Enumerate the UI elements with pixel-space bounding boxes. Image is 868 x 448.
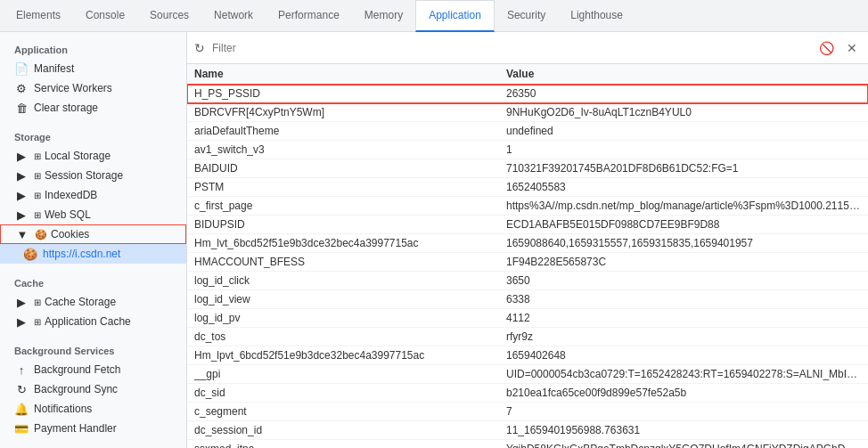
sidebar-item-cookies-url[interactable]: 🍪 https://i.csdn.net: [0, 244, 186, 264]
cell-value: 1652405583: [499, 178, 868, 197]
cell-value: 9NHuKgO2D6_Iv-8uAqLT1cznB4YUL0: [499, 103, 868, 122]
table-row[interactable]: dc_tosrfyr9z: [187, 328, 868, 346]
cell-value: 3650: [499, 272, 868, 290]
filter-input[interactable]: [212, 42, 808, 54]
cache-storage-icon: ▶: [14, 296, 29, 309]
cell-value: 1659088640,1659315557,1659315835,1659401…: [499, 234, 868, 253]
close-icon[interactable]: ✕: [843, 39, 861, 57]
table-row[interactable]: PSTM1652405583: [187, 178, 868, 197]
sidebar-item-session-storage-label: Session Storage: [45, 169, 123, 182]
cell-value: 1F94B228E565873C: [499, 253, 868, 272]
tab-security[interactable]: Security: [495, 0, 558, 32]
cell-value: undefined: [499, 122, 868, 141]
table-row[interactable]: BIDUPSIDECD1ABAFB5E015DF0988CD7EE9BF9D88: [187, 216, 868, 234]
table-row[interactable]: ariaDefaultThemeundefined: [187, 122, 868, 141]
cell-name: H_PS_PSSID: [187, 85, 499, 103]
cell-value: b210ea1fca65ce00f9d899e57fe52a5b: [499, 384, 868, 403]
sidebar-item-manifest-label: Manifest: [34, 62, 74, 75]
table-row[interactable]: Hm_lvt_6bcd52f51e9b3dce32bec4a3997715ac1…: [187, 234, 868, 253]
sidebar-item-service-workers[interactable]: ⚙ Service Workers: [0, 78, 186, 98]
sidebar-item-application-cache[interactable]: ▶ ⊞ Application Cache: [0, 312, 186, 331]
cell-value: 1659402648: [499, 346, 868, 365]
sidebar-item-cookies-url-label: https://i.csdn.net: [43, 248, 120, 260]
table-row[interactable]: __gpiUID=0000054cb3ca0729:T=1652428243:R…: [187, 365, 868, 384]
sidebar-item-notifications[interactable]: 🔔 Notifications: [0, 399, 186, 419]
cookies-table-container: Name Value H_PS_PSSID26350BDRCVFR[4CxyPt…: [187, 64, 868, 448]
col-header-name: Name: [187, 64, 499, 85]
background-fetch-icon: ↑: [14, 363, 29, 377]
table-row[interactable]: ssxmod_itnaYqjhD58KGlxGxBPqeTmbDcnzglxY5…: [187, 440, 868, 449]
refresh-icon[interactable]: ↻: [194, 41, 205, 55]
tab-elements[interactable]: Elements: [4, 0, 73, 32]
cell-name: __gpi: [187, 365, 499, 384]
storage-section-title: Storage: [0, 125, 186, 146]
table-row[interactable]: HMACCOUNT_BFESS1F94B228E565873C: [187, 253, 868, 272]
cell-name: log_id_click: [187, 272, 499, 290]
cell-value: 1: [499, 141, 868, 159]
cell-name: dc_sid: [187, 384, 499, 403]
sidebar-item-application-cache-label: Application Cache: [45, 315, 131, 328]
cell-name: c_first_page: [187, 197, 499, 216]
table-row[interactable]: dc_session_id11_1659401956988.763631: [187, 421, 868, 440]
tab-memory[interactable]: Memory: [352, 0, 415, 32]
table-row[interactable]: av1_switch_v31: [187, 141, 868, 159]
sidebar-item-background-sync[interactable]: ↻ Background Sync: [0, 379, 186, 399]
cell-value: 6338: [499, 290, 868, 309]
sidebar-item-indexeddb[interactable]: ▶ ⊞ IndexedDB: [0, 185, 186, 205]
col-header-value: Value: [499, 64, 868, 85]
tab-console[interactable]: Console: [73, 0, 137, 32]
table-row[interactable]: c_first_pagehttps%3A//mp.csdn.net/mp_blo…: [187, 197, 868, 216]
cell-value: ECD1ABAFB5E015DF0988CD7EE9BF9D88: [499, 216, 868, 234]
background-section-title: Background Services: [0, 338, 186, 360]
cell-name: dc_session_id: [187, 421, 499, 440]
table-row[interactable]: BAIDUID710321F39201745BA201DF8D6B61DC52:…: [187, 159, 868, 178]
cell-value: 26350: [499, 85, 868, 103]
sidebar-item-local-storage[interactable]: ▶ ⊞ Local Storage: [0, 146, 186, 166]
table-row[interactable]: Hm_lpvt_6bcd52f51e9b3dce32bec4a3997715ac…: [187, 346, 868, 365]
table-row[interactable]: dc_sidb210ea1fca65ce00f9d899e57fe52a5b: [187, 384, 868, 403]
cell-name: Hm_lvt_6bcd52f51e9b3dce32bec4a3997715ac: [187, 234, 499, 253]
sidebar-item-cookies[interactable]: ▼ 🍪 Cookies: [0, 224, 186, 244]
sidebar-item-payment-handler[interactable]: 💳 Payment Handler: [0, 419, 186, 438]
notifications-icon: 🔔: [14, 403, 29, 416]
cell-value: UID=0000054cb3ca0729:T=1652428243:RT=165…: [499, 365, 868, 384]
cell-value: 11_1659401956988.763631: [499, 421, 868, 440]
sidebar-item-service-workers-label: Service Workers: [34, 82, 112, 94]
cookies-table: Name Value H_PS_PSSID26350BDRCVFR[4CxyPt…: [187, 64, 868, 448]
cell-name: BDRCVFR[4CxyPtnY5Wm]: [187, 103, 499, 122]
sidebar-item-web-sql[interactable]: ▶ ⊞ Web SQL: [0, 205, 186, 224]
table-row[interactable]: c_segment7: [187, 403, 868, 421]
cell-name: log_id_view: [187, 290, 499, 309]
tab-application[interactable]: Application: [415, 0, 495, 32]
sidebar-item-notifications-label: Notifications: [34, 403, 92, 415]
session-storage-icon: ▶: [14, 169, 29, 183]
table-row[interactable]: log_id_view6338: [187, 290, 868, 309]
sidebar-item-manifest[interactable]: 📄 Manifest: [0, 59, 186, 78]
cell-name: ssxmod_itna: [187, 440, 499, 449]
sidebar-item-clear-storage[interactable]: 🗑 Clear storage: [0, 98, 186, 118]
table-row[interactable]: BDRCVFR[4CxyPtnY5Wm]9NHuKgO2D6_Iv-8uAqLT…: [187, 103, 868, 122]
cell-name: log_id_pv: [187, 309, 499, 328]
tab-sources[interactable]: Sources: [137, 0, 201, 32]
tab-lighthouse[interactable]: Lighthouse: [558, 0, 635, 32]
cell-name: PSTM: [187, 178, 499, 197]
cell-value: YqjhD58KGlxGxBPqeTmbDcnzglxY5GO7DUofIm4G…: [499, 440, 868, 449]
sidebar-item-cookies-label: Cookies: [51, 228, 89, 240]
manifest-icon: 📄: [14, 62, 29, 76]
table-row[interactable]: H_PS_PSSID26350: [187, 85, 868, 103]
table-row[interactable]: log_id_pv4112: [187, 309, 868, 328]
payment-handler-icon: 💳: [14, 422, 29, 436]
table-row[interactable]: log_id_click3650: [187, 272, 868, 290]
filter-bar: ↻ 🚫 ✕: [187, 32, 868, 64]
tab-performance[interactable]: Performance: [266, 0, 352, 32]
sidebar-item-session-storage[interactable]: ▶ ⊞ Session Storage: [0, 166, 186, 185]
block-icon[interactable]: 🚫: [815, 39, 838, 57]
cell-name: BIDUPSID: [187, 216, 499, 234]
application-section-title: Application: [0, 37, 186, 59]
sidebar-item-cache-storage[interactable]: ▶ ⊞ Cache Storage: [0, 292, 186, 312]
cell-name: Hm_lpvt_6bcd52f51e9b3dce32bec4a3997715ac: [187, 346, 499, 365]
sidebar-item-background-fetch[interactable]: ↑ Background Fetch: [0, 360, 186, 379]
cell-name: HMACCOUNT_BFESS: [187, 253, 499, 272]
sidebar-item-background-fetch-label: Background Fetch: [34, 363, 120, 376]
tab-network[interactable]: Network: [201, 0, 266, 32]
